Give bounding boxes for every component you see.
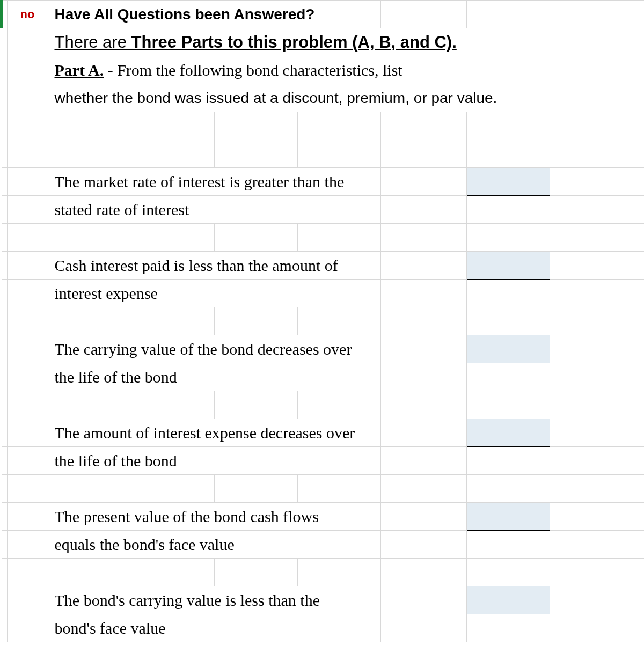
title-bold: Three Parts to this problem (A, B, and C… [131, 33, 457, 52]
item-2-line1: Cash interest paid is less than the amou… [52, 256, 338, 275]
item-3-line1-cell: The carrying value of the bond decreases… [48, 335, 380, 363]
item-4-line2: the life of the bond [52, 452, 177, 470]
item-3-line2-cell: the life of the bond [48, 363, 380, 391]
title-text: There are Three Parts to this problem (A… [52, 33, 457, 52]
item-1-line1-cell: The market rate of interest is greater t… [48, 168, 380, 196]
item-4-line2-cell: the life of the bond [48, 447, 380, 475]
question-header-cell: Have All Questions been Answered? [48, 1, 380, 28]
item-3-line2: the life of the bond [52, 368, 177, 386]
spreadsheet-grid[interactable]: no Have All Questions been Answered? The… [0, 0, 644, 642]
item-6-answer[interactable] [466, 586, 550, 614]
item-5-line1: The present value of the bond cash flows [52, 508, 319, 526]
item-6-line1: The bond's carrying value is less than t… [52, 591, 320, 610]
item-5-line1-cell: The present value of the bond cash flows [48, 503, 380, 531]
no-label: no [7, 1, 48, 28]
part-a-label: Part A. [55, 61, 104, 79]
item-3-answer[interactable] [466, 335, 550, 363]
item-6-line1-cell: The bond's carrying value is less than t… [48, 586, 380, 614]
green-edge-cell [2, 1, 7, 28]
item-1-line2: stated rate of interest [52, 201, 189, 219]
part-a-line1: Part A. - From the following bond charac… [52, 61, 402, 79]
item-5-line2: equals the bond's face value [52, 535, 235, 554]
part-a-rest: - From the following bond characteristic… [104, 61, 402, 79]
item-4-line1-cell: The amount of interest expense decreases… [48, 419, 380, 447]
part-a-line1-cell: Part A. - From the following bond charac… [48, 56, 550, 84]
part-a-line2: whether the bond was issued at a discoun… [52, 90, 497, 107]
title-cell: There are Three Parts to this problem (A… [48, 28, 644, 56]
item-2-line1-cell: Cash interest paid is less than the amou… [48, 252, 380, 280]
item-4-line1: The amount of interest expense decreases… [52, 424, 355, 442]
item-1-line1: The market rate of interest is greater t… [52, 173, 345, 191]
item-5-line2-cell: equals the bond's face value [48, 531, 380, 559]
item-2-answer[interactable] [466, 252, 550, 280]
item-1-answer[interactable] [466, 168, 550, 196]
item-4-answer[interactable] [466, 419, 550, 447]
item-2-line2-cell: interest expense [48, 280, 380, 307]
title-prefix: There are [55, 33, 131, 52]
item-2-line2: interest expense [52, 284, 158, 303]
item-3-line1: The carrying value of the bond decreases… [52, 340, 352, 358]
question-header-text: Have All Questions been Answered? [52, 6, 315, 23]
item-6-line2-cell: bond's face value [48, 614, 380, 642]
part-a-line2-cell: whether the bond was issued at a discoun… [48, 84, 644, 112]
item-6-line2: bond's face value [52, 619, 166, 637]
item-1-line2-cell: stated rate of interest [48, 196, 380, 224]
item-5-answer[interactable] [466, 503, 550, 531]
